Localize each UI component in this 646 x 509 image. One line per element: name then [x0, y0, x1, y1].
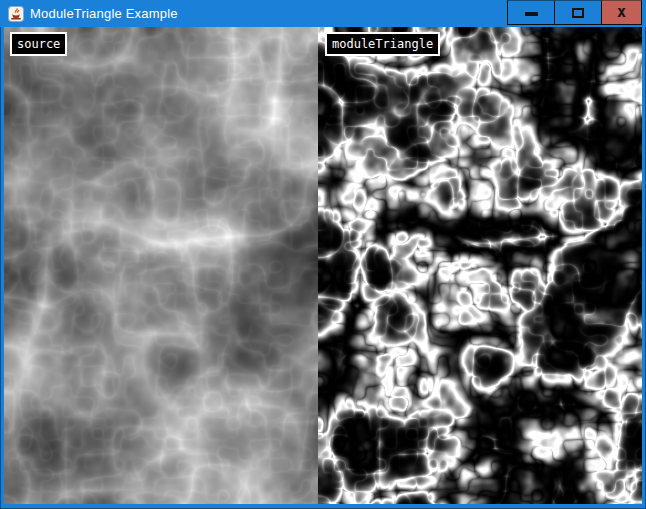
minimize-button[interactable]	[507, 0, 554, 25]
close-button[interactable]: x	[601, 0, 642, 25]
moduletriangle-noise-image	[318, 27, 642, 504]
content-area: source moduleTriangle	[4, 27, 642, 504]
maximize-button[interactable]	[554, 0, 601, 25]
source-noise-image	[4, 27, 318, 504]
maximize-icon	[572, 8, 584, 18]
window-controls: x	[507, 0, 642, 25]
minimize-icon	[525, 12, 538, 16]
close-icon: x	[617, 5, 626, 20]
panel-moduletriangle: moduleTriangle	[318, 27, 642, 504]
moduletriangle-label: moduleTriangle	[325, 32, 440, 56]
titlebar[interactable]: ModuleTriangle Example x	[0, 0, 646, 27]
app-window: ModuleTriangle Example x source moduleTr…	[0, 0, 646, 509]
java-app-icon[interactable]	[8, 6, 24, 22]
panel-source: source	[4, 27, 318, 504]
window-title: ModuleTriangle Example	[30, 6, 178, 21]
source-label: source	[10, 32, 67, 56]
